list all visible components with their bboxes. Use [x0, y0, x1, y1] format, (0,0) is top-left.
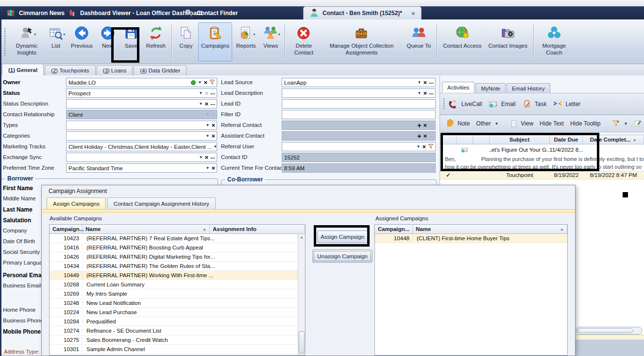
- clear-x-icon[interactable]: ×: [204, 101, 208, 107]
- campaign-row[interactable]: 10224New Lead Purchase: [50, 308, 305, 317]
- activities-button-email[interactable]: Email: [489, 99, 516, 109]
- toolbar-button-contact-access[interactable]: Contact Access: [440, 22, 484, 61]
- campaign-row[interactable]: 10449(REFERRAL PARTNER) Working With Fir…: [50, 271, 305, 280]
- campaign-row[interactable]: 10269My Intro Sample: [50, 289, 305, 299]
- clear-x-icon[interactable]: ×: [204, 90, 208, 96]
- dropdown-caret-icon[interactable]: ▼: [416, 145, 420, 149]
- activities-hscrollbar[interactable]: [576, 327, 642, 335]
- unassign-campaign-button[interactable]: Unassign Campaign: [312, 249, 373, 263]
- add-plus-button[interactable]: +: [417, 122, 421, 129]
- activities-col-date-due[interactable]: Date Due: [550, 135, 583, 144]
- left-field-types[interactable]: ▼×: [66, 121, 217, 130]
- clear-x-icon[interactable]: ×: [423, 90, 427, 96]
- mid-field-filter-id[interactable]: [282, 110, 436, 119]
- dropdown-caret-icon[interactable]: ▼: [213, 145, 217, 149]
- campaign-row[interactable]: 10284Prequalified: [50, 317, 305, 326]
- activities-button-livecall[interactable]: LiveCall: [448, 99, 482, 109]
- subtab-touchpoints[interactable]: (2) Touchpoints: [45, 65, 95, 75]
- filter-funnel-icon[interactable]: [428, 143, 434, 150]
- mid-field-lead-id[interactable]: [282, 99, 436, 108]
- toolbar-button-manage-object[interactable]: Manage Object Collection Assignments: [320, 22, 403, 61]
- activities-button-task[interactable]: Task: [522, 99, 547, 109]
- subtab-data-gridder[interactable]: (4) Data Gridder: [134, 65, 186, 75]
- left-field-status-description[interactable]: ▼×...: [66, 99, 217, 108]
- activities-button-view[interactable]: View: [510, 120, 533, 127]
- dialog-tab-contact-campaign-assignment-history[interactable]: Contact Campaign Assignment History: [107, 197, 216, 210]
- toolbar-button-next[interactable]: Next: [97, 22, 119, 61]
- toolbar-button-previous[interactable]: Previous: [68, 22, 96, 61]
- dropdown-caret-icon[interactable]: ▼: [199, 91, 203, 95]
- clear-x-icon[interactable]: ×: [211, 111, 215, 118]
- subtab-loans[interactable]: (3) Loans: [97, 65, 133, 75]
- campaign-row[interactable]: 10448(CLIENT) First-time Home Buyer Tips: [375, 234, 567, 243]
- grid-col-campaign-[interactable]: Campaign...: [375, 225, 413, 233]
- left-field-exchange-sync[interactable]: ▼×...: [66, 153, 217, 162]
- hscrollbar-thumb[interactable]: [577, 328, 633, 333]
- activities-button-letter[interactable]: Letter: [553, 99, 580, 109]
- toolbar-button-mortgage-coach[interactable]: Mortgage Coach: [537, 22, 572, 61]
- clear-x-icon[interactable]: ×: [423, 122, 427, 128]
- left-field-categories[interactable]: ▼×: [66, 131, 217, 141]
- toolbar-button-list[interactable]: ▾List: [45, 22, 67, 61]
- app-tab-cimmaron-news[interactable]: Cimmaron News: [6, 6, 65, 19]
- activities-col-icon-2[interactable]: [473, 135, 490, 144]
- toolbar-button-contact-images[interactable]: Contact Images: [485, 22, 530, 61]
- toolbar-grip[interactable]: [443, 98, 445, 110]
- left-field-preferred-time-zone[interactable]: Pacific Standard Time▼×: [66, 163, 217, 173]
- ellipsis-button[interactable]: ...: [429, 79, 434, 85]
- dropdown-caret-icon[interactable]: ▼: [205, 134, 209, 138]
- toolbar-button-views[interactable]: ▾Views: [259, 22, 282, 61]
- activities-tab-mynote[interactable]: MyNote: [475, 83, 506, 93]
- activity-row-email[interactable]: Let's Figure Out Your G...11/4/2022 8...: [440, 144, 644, 155]
- dropdown-caret-icon[interactable]: ▼: [199, 102, 203, 106]
- toolbar-button-queue-to[interactable]: Queue To: [404, 22, 434, 61]
- clear-x-icon[interactable]: ×: [203, 79, 207, 86]
- app-tab-contact-finder[interactable]: Contact Finder: [184, 6, 238, 19]
- toolbar-button-campaigns[interactable]: Campaigns: [198, 22, 232, 61]
- activities-col-icon-1[interactable]: [457, 135, 473, 144]
- activities-col-date-complet-[interactable]: Date Complet... ▲: [583, 135, 644, 144]
- clear-x-icon[interactable]: ×: [211, 133, 215, 139]
- mid-field-lead-source[interactable]: LoanApp▼×...: [282, 78, 436, 87]
- toolbar-button-reports[interactable]: ▾Reports: [233, 22, 258, 61]
- vscrollbar-thumb[interactable]: [299, 331, 305, 354]
- dropdown-caret-icon[interactable]: ▼: [205, 124, 209, 127]
- ellipsis-button[interactable]: ...: [210, 89, 215, 95]
- campaign-row[interactable]: 10248New Lead Notification: [50, 299, 305, 308]
- dialog-tab-assign-campaigns[interactable]: Assign Campaigns: [47, 197, 106, 210]
- subtab-general[interactable]: (1) General: [2, 64, 44, 75]
- clear-x-icon[interactable]: ×: [423, 79, 427, 86]
- ellipsis-button[interactable]: ...: [429, 89, 434, 95]
- tab-close-icon[interactable]: ×: [411, 10, 415, 17]
- assign-campaign-button[interactable]: Assign Campaign: [317, 231, 368, 243]
- activities-button-note[interactable]: Note: [446, 119, 470, 128]
- activities-tab-email-history[interactable]: Email History: [507, 83, 550, 93]
- filter-funnel-icon[interactable]: [209, 79, 215, 86]
- campaign-row[interactable]: 10434(REFERRAL PARTNER) The Golden Rules…: [50, 262, 305, 271]
- left-field-owner[interactable]: Maddie.LO▼×: [66, 78, 217, 87]
- campaign-row[interactable]: 10423(REFERRAL PARTNER) 7 Real Estate Ag…: [50, 234, 305, 243]
- dropdown-caret-icon[interactable]: ▼: [205, 113, 209, 117]
- left-field-status[interactable]: Prospect▼×...: [66, 89, 217, 98]
- activities-button-filter[interactable]: ▼: [612, 120, 627, 127]
- toolbar-button-refresh[interactable]: Refresh: [143, 22, 169, 61]
- toolbar-button-dynamic-insights[interactable]: ▾Dynamic Insights: [10, 22, 44, 61]
- clear-x-icon[interactable]: ×: [211, 122, 215, 128]
- add-plus-button[interactable]: +: [417, 133, 421, 140]
- ellipsis-button[interactable]: ...: [429, 122, 434, 127]
- activities-button-hide-tooltip[interactable]: Hide Tooltip: [570, 120, 600, 127]
- campaign-row[interactable]: 10301Sample Admin Channel: [50, 345, 305, 354]
- scroll-up-icon[interactable]: ▲: [298, 234, 305, 240]
- ellipsis-button[interactable]: ...: [210, 154, 215, 160]
- clear-x-icon[interactable]: ×: [211, 165, 215, 171]
- campaign-row[interactable]: 10416(REFERRAL PARTNER) Boosting Curb Ap…: [50, 243, 305, 252]
- available-grid-vscrollbar[interactable]: ▲: [298, 234, 305, 355]
- dropdown-caret-icon[interactable]: ▼: [199, 156, 203, 160]
- clear-x-icon[interactable]: ×: [422, 143, 426, 150]
- mid-field-referral-user[interactable]: ▼×: [282, 142, 436, 151]
- campaign-row[interactable]: 10268Current Loan Summary: [50, 280, 305, 289]
- clear-x-icon[interactable]: ×: [204, 154, 208, 160]
- campaign-row[interactable]: 10426(REFERRAL PARTNER) Digital Marketin…: [50, 252, 305, 262]
- activity-row-touchpoint[interactable]: ✓Touchpoint8/19/20228/19/2022 8:47 PM: [440, 171, 644, 179]
- ellipsis-button[interactable]: ...: [429, 132, 434, 138]
